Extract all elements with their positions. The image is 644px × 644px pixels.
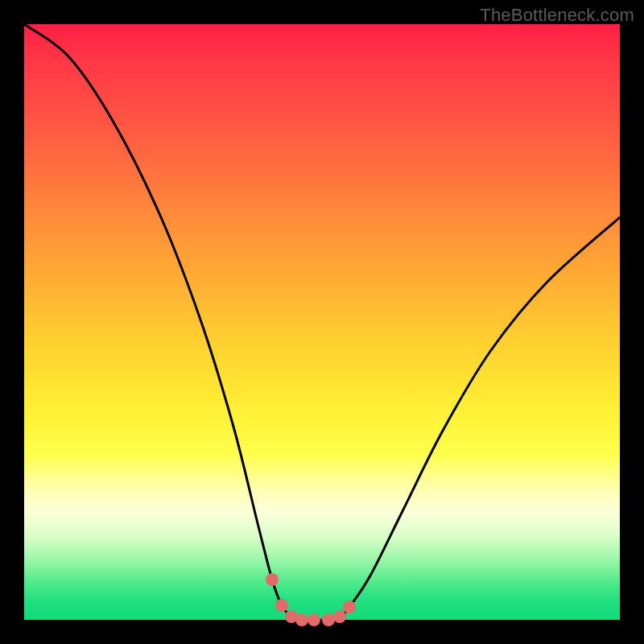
curve-marker [322,613,335,626]
bottleneck-curve [24,24,620,620]
curve-marker [295,613,308,626]
curve-marker [333,610,346,623]
plot-area [24,24,620,620]
chart-svg [24,24,620,620]
curve-marker [266,573,279,586]
curve-marker [308,613,320,626]
watermark-text: TheBottleneck.com [480,5,634,26]
curve-markers [266,573,356,626]
curve-marker [343,601,356,613]
curve-marker [275,599,288,612]
